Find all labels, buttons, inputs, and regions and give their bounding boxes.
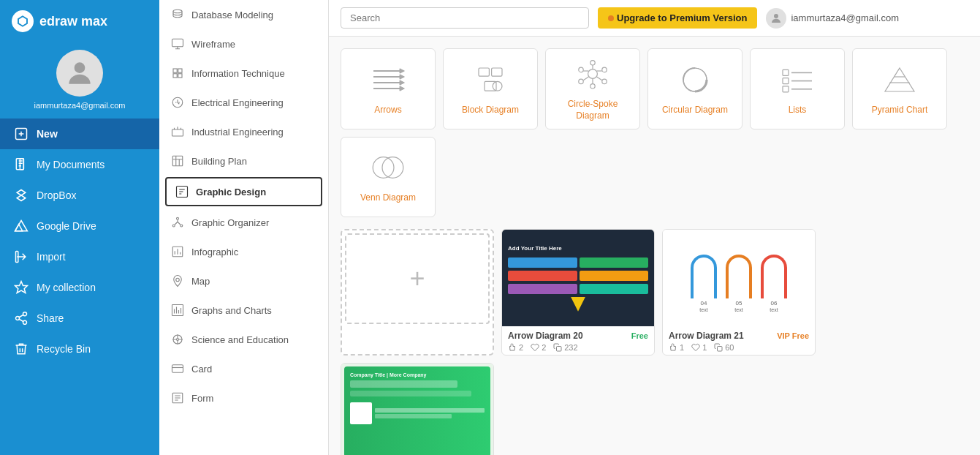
svg-marker-39 [400,75,404,79]
middle-item-building-plan-label: Building Plan [191,156,247,167]
sidebar-email: iammurtaza4@gmail.com [34,101,126,110]
template-card-add-new[interactable]: + [341,229,494,356]
svg-rect-17 [173,69,177,72]
svg-line-57 [597,77,602,80]
middle-item-wireframe[interactable]: Wireframe [159,29,328,59]
svg-line-59 [583,77,588,80]
building-plan-icon [170,153,186,169]
middle-item-science-and-education-label: Science and Education [191,334,289,345]
svg-rect-66 [783,86,789,92]
category-label-lists: Lists [789,105,807,116]
sidebar-item-recycle-bin[interactable]: Recycle Bin [0,334,159,364]
svg-point-25 [177,217,179,219]
google-drive-icon [13,218,29,234]
svg-point-10 [23,312,27,316]
middle-item-graphic-design-label: Graphic Design [196,187,266,198]
user-area[interactable]: iammurtaza4@gmail.com [766,8,899,29]
category-card-block-diagram[interactable]: Block Diagram [443,48,538,129]
arrow-diagram-20-name: Arrow Diagram 20 [508,331,583,341]
avatar [56,50,103,97]
arrow-diagram-21-thumb: 04text 05text 06text [663,230,815,326]
svg-point-72 [382,157,403,178]
middle-item-map[interactable]: Map [159,266,328,296]
upgrade-dot [608,15,614,21]
my-documents-icon [13,157,29,173]
svg-point-47 [493,81,502,91]
arrow-diagram-20-info: Arrow Diagram 20 Free 2 2 [502,326,654,355]
middle-item-wireframe-label: Wireframe [191,39,235,50]
category-card-pyramid-chart[interactable]: Pyramid Chart [852,48,947,129]
sidebar-item-dropbox[interactable]: DropBox [0,180,159,211]
sidebar-item-my-documents[interactable]: My Documents [0,149,159,180]
middle-item-industrial-engineering[interactable]: Industrial Engineering [159,117,328,146]
middle-item-database-modeling[interactable]: Database Modeling [159,0,328,29]
stat-hearts-21: 1 [691,343,707,352]
svg-rect-74 [718,347,723,352]
sidebar: edraw max iammurtaza4@gmail.com New My D… [0,0,159,455]
template-card-preview-1[interactable]: Company Title | More Company [341,363,494,455]
middle-item-information-technique[interactable]: Information Technique [159,59,328,88]
svg-rect-18 [178,69,182,72]
middle-item-map-label: Map [191,276,210,287]
svg-point-54 [579,67,583,72]
electrical-engineering-icon [170,94,186,110]
content-area: Arrows Block Diagram [329,37,980,455]
sidebar-item-import[interactable]: Import [0,241,159,272]
middle-panel: Database Modeling Wireframe Information … [159,0,329,455]
sidebar-item-new[interactable]: New [0,119,159,149]
sidebar-item-my-collection-label: My collection [37,282,96,293]
category-card-venn-diagram[interactable]: Venn Diagram [341,137,436,217]
sidebar-item-dropbox-label: DropBox [37,189,76,201]
middle-item-card-label: Card [191,364,212,375]
category-label-block-diagram: Block Diagram [462,105,519,116]
upgrade-button[interactable]: Upgrade to Premium Version [598,7,757,29]
arrow-diagram-21-name: Arrow Diagram 21 [669,331,744,341]
category-label-arrows: Arrows [374,105,401,116]
stat-copies: 232 [553,343,577,352]
preview-1-thumb: Company Title | More Company [341,364,493,455]
category-card-arrows[interactable]: Arrows [341,48,436,129]
svg-rect-73 [557,347,562,352]
svg-rect-33 [172,365,183,373]
svg-rect-20 [178,74,182,78]
category-card-lists[interactable]: Lists [750,48,845,129]
graphic-organizer-icon [170,214,186,230]
sidebar-item-google-drive[interactable]: Google Drive [0,211,159,241]
recycle-bin-icon [13,341,29,357]
svg-line-13 [19,319,23,321]
svg-point-15 [173,10,182,13]
svg-rect-64 [783,78,789,83]
sidebar-item-share[interactable]: Share [0,303,159,334]
middle-item-electrical-engineering[interactable]: Electrical Engineering [159,88,328,117]
svg-rect-16 [172,39,183,47]
middle-item-graphic-organizer[interactable]: Graphic Organizer [159,208,328,237]
svg-point-53 [579,79,583,83]
sidebar-item-new-label: New [37,128,58,140]
middle-item-electrical-engineering-label: Electrical Engineering [191,97,284,108]
category-label-circular-diagram: Circular Diagram [662,105,728,116]
middle-item-graphs-and-charts[interactable]: Graphs and Charts [159,296,328,325]
template-card-arrow-diagram-21[interactable]: 04text 05text 06text Arro [662,229,816,356]
middle-item-card[interactable]: Card [159,354,328,383]
svg-point-71 [373,157,394,178]
svg-point-51 [602,79,607,83]
svg-point-11 [16,317,20,320]
category-card-circle-spoke[interactable]: Circle-Spoke Diagram [545,48,640,129]
svg-rect-44 [479,68,489,76]
import-icon [13,249,29,265]
middle-item-building-plan[interactable]: Building Plan [159,146,328,176]
sidebar-item-my-collection[interactable]: My collection [0,272,159,303]
category-label-pyramid-chart: Pyramid Chart [872,105,928,116]
middle-item-form[interactable]: Form [159,383,328,413]
middle-item-graphic-design[interactable]: Graphic Design [165,177,322,206]
search-input[interactable] [341,7,589,29]
middle-item-science-and-education[interactable]: Science and Education [159,325,328,354]
middle-item-infographic[interactable]: Infographic [159,237,328,266]
science-and-education-icon [170,331,186,347]
database-modeling-icon [170,7,186,23]
category-card-circular-diagram[interactable]: Circular Diagram [647,48,742,129]
template-card-arrow-diagram-20[interactable]: Add Your Title Here Arrow Diagram 20 Fre… [501,229,655,356]
graphs-and-charts-icon [170,302,186,318]
svg-rect-62 [783,69,789,75]
middle-item-information-technique-label: Information Technique [191,68,285,79]
